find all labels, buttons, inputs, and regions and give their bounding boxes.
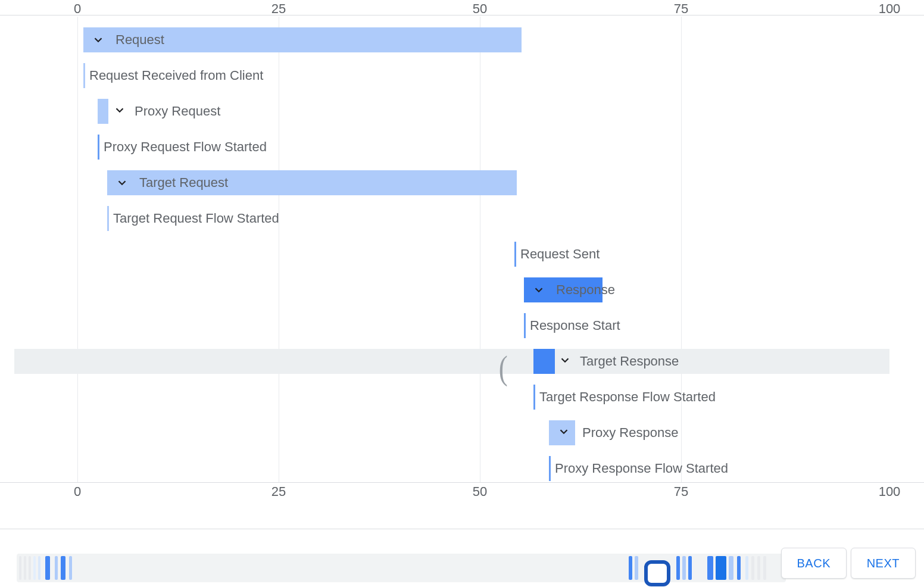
row-proxy-req-flow[interactable]: Proxy Request Flow Started xyxy=(0,135,924,160)
event-label: Target Request Flow Started xyxy=(113,211,279,226)
row-proxy-resp-flow[interactable]: Proxy Response Flow Started xyxy=(0,456,924,481)
row-target-resp-flow[interactable]: Target Response Flow Started xyxy=(0,385,924,410)
chevron-down-icon xyxy=(113,104,126,119)
row-proxy-request[interactable]: Proxy Request xyxy=(0,99,924,124)
event-label: Response Start xyxy=(530,318,620,333)
row-response[interactable]: Response xyxy=(0,277,924,302)
axis-tick: 50 xyxy=(473,484,487,499)
bar-proxy-request[interactable] xyxy=(98,99,108,124)
event-marker xyxy=(549,456,551,481)
row-target-req-flow[interactable]: Target Request Flow Started xyxy=(0,206,924,231)
chevron-down-icon xyxy=(532,283,545,296)
axis-tick: 50 xyxy=(473,1,487,17)
event-marker xyxy=(83,63,85,88)
footer: BACK NEXT xyxy=(0,542,924,583)
event-marker xyxy=(533,385,535,410)
timeline-axis-bottom: 0 25 50 75 100 xyxy=(0,482,924,498)
minimap-knob[interactable] xyxy=(644,560,670,586)
event-label: Request Sent xyxy=(520,246,600,262)
event-label: Proxy Response Flow Started xyxy=(555,461,728,476)
next-button[interactable]: NEXT xyxy=(851,548,916,579)
bar-label: Proxy Response xyxy=(582,425,678,441)
bar-label: Proxy Request xyxy=(135,104,220,119)
event-label: Proxy Request Flow Started xyxy=(104,139,267,155)
bar-label: Target Request xyxy=(139,175,228,191)
row-target-response[interactable]: Target Response xyxy=(14,349,889,374)
axis-tick: 75 xyxy=(674,1,688,17)
event-marker xyxy=(524,313,526,338)
event-label: Request Received from Client xyxy=(89,68,263,83)
bracket-icon: ( xyxy=(499,349,508,387)
bar-label: Request xyxy=(116,32,164,48)
axis-tick: 100 xyxy=(879,484,901,499)
chevron-down-icon xyxy=(557,425,570,441)
event-marker xyxy=(514,242,516,267)
axis-tick: 25 xyxy=(271,484,286,499)
axis-tick: 75 xyxy=(674,484,688,499)
timeline-axis-top: 0 25 50 75 100 xyxy=(0,0,924,15)
row-request-received[interactable]: Request Received from Client xyxy=(0,63,924,88)
chevron-down-icon xyxy=(558,354,572,369)
minimap[interactable] xyxy=(17,554,786,582)
row-response-start[interactable]: Response Start xyxy=(0,313,924,338)
event-marker xyxy=(107,206,109,231)
row-proxy-response[interactable]: Proxy Response xyxy=(0,420,924,445)
chevron-down-icon xyxy=(92,33,105,46)
axis-tick: 0 xyxy=(74,1,81,17)
bar-request[interactable]: Request xyxy=(83,27,522,52)
bar-label: Response xyxy=(556,282,615,298)
bar-target-request[interactable]: Target Request xyxy=(107,170,517,195)
back-button[interactable]: BACK xyxy=(781,548,847,579)
bar-target-response[interactable] xyxy=(533,349,555,374)
timeline-chart: Request Request Received from Client Pro… xyxy=(0,17,924,482)
axis-tick: 100 xyxy=(879,1,901,17)
bar-label: Target Response xyxy=(580,354,679,369)
row-request-sent[interactable]: Request Sent xyxy=(0,242,924,267)
row-target-request[interactable]: Target Request xyxy=(0,170,924,195)
footer-divider xyxy=(0,529,924,529)
axis-tick: 0 xyxy=(74,484,81,499)
row-request[interactable]: Request xyxy=(0,27,924,52)
event-label: Target Response Flow Started xyxy=(539,389,716,405)
event-marker xyxy=(98,135,99,160)
axis-tick: 25 xyxy=(271,1,286,17)
chevron-down-icon xyxy=(116,176,129,189)
